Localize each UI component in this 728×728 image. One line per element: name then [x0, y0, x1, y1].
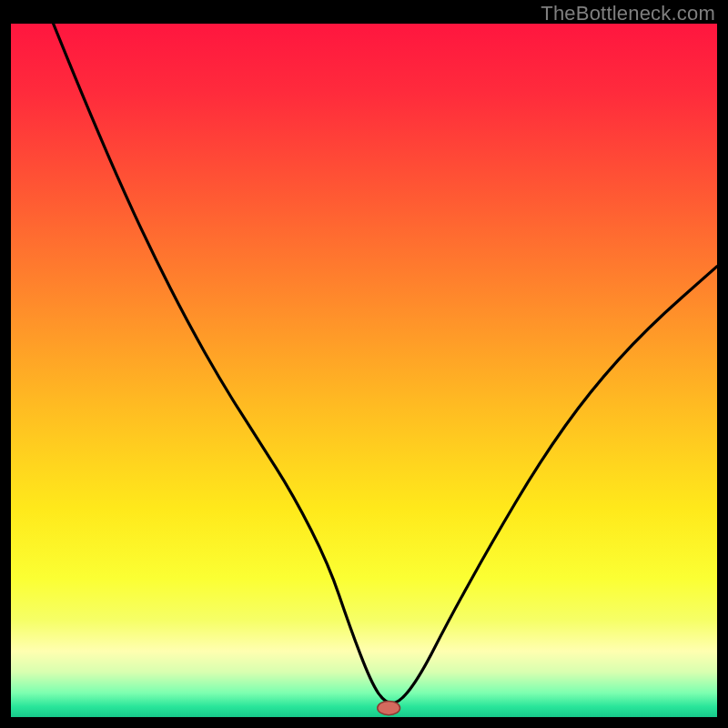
bottleneck-chart: [11, 24, 717, 717]
chart-frame: [11, 24, 717, 717]
gradient-background: [11, 24, 717, 717]
watermark-text: TheBottleneck.com: [541, 2, 715, 25]
minimum-marker: [378, 701, 400, 714]
